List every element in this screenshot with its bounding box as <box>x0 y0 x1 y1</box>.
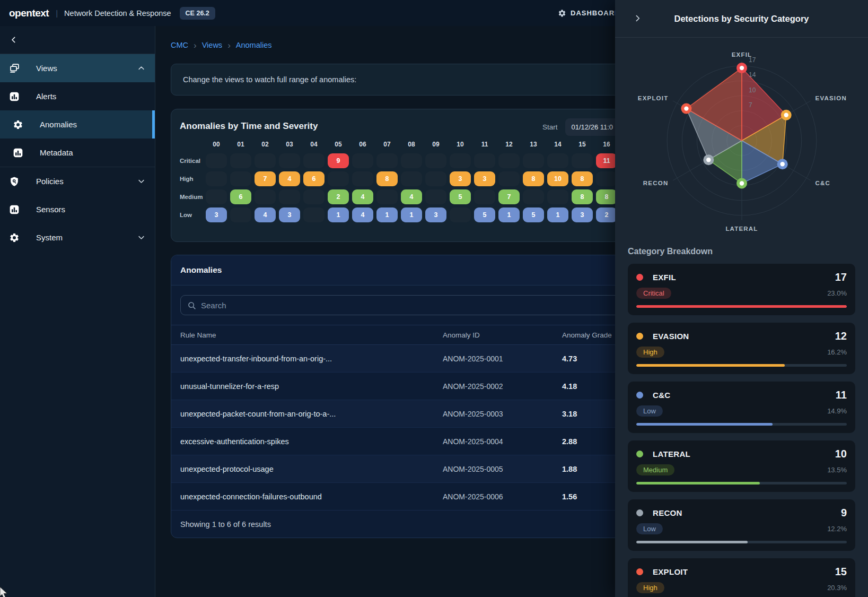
category-bar-fill <box>636 482 760 484</box>
category-percent: 20.3% <box>827 584 847 592</box>
heatmap-cell[interactable]: 2 <box>328 189 349 204</box>
heatmap-cell[interactable]: 4 <box>255 207 276 222</box>
heatmap-cell-empty <box>523 153 544 168</box>
cell-anomaly-id: ANOM-2025-0005 <box>443 465 562 473</box>
category-count: 10 <box>835 448 847 460</box>
category-percent: 16.2% <box>827 348 847 356</box>
heatmap-cell-empty <box>425 153 446 168</box>
heatmap-cell[interactable]: 8 <box>572 171 593 186</box>
sidebar-item-system[interactable]: System <box>0 223 155 252</box>
heatmap-cell[interactable]: 3 <box>206 207 227 222</box>
breadcrumb-separator: › <box>227 41 231 50</box>
severity-label-medium: Medium <box>180 194 203 200</box>
breadcrumb-cmc[interactable]: CMC <box>171 41 188 49</box>
breadcrumb-views[interactable]: Views <box>202 41 222 49</box>
svg-text:LATERAL: LATERAL <box>725 226 758 232</box>
sidebar-item-views[interactable]: Views <box>0 54 155 82</box>
sidebar-item-metadata[interactable]: Metadata <box>0 139 155 167</box>
heatmap-cell-empty <box>498 153 520 168</box>
category-card-lateral: LATERAL10Medium13.5% <box>628 440 855 492</box>
severity-pill: Medium <box>636 464 674 475</box>
cell-anomaly-id: ANOM-2025-0004 <box>443 437 562 446</box>
heatmap-cell[interactable]: 8 <box>523 171 544 186</box>
heatmap-cell[interactable]: 1 <box>328 207 349 222</box>
column-anomaly-id[interactable]: Anomaly ID <box>443 331 562 339</box>
category-bar-track <box>636 482 847 484</box>
heatmap-cell[interactable]: 4 <box>352 207 373 222</box>
category-name: EXFIL <box>653 273 676 282</box>
heatmap-cell[interactable]: 3 <box>572 207 593 222</box>
category-percent: 23.0% <box>827 289 847 297</box>
heatmap-cell[interactable]: 5 <box>523 207 544 222</box>
sidebar-item-anomalies[interactable]: Anomalies <box>0 110 155 139</box>
svg-text:RECON: RECON <box>643 180 669 186</box>
heatmap-cell[interactable]: 11 <box>596 153 617 168</box>
hour-label: 16 <box>596 141 617 150</box>
heatmap-cell[interactable]: 3 <box>425 207 446 222</box>
heatmap-cell[interactable]: 3 <box>474 171 495 186</box>
category-name: RECON <box>653 508 682 517</box>
heatmap-cell[interactable]: 1 <box>547 207 568 222</box>
heatmap-cell[interactable]: 4 <box>401 189 422 204</box>
heatmap-cell-empty <box>474 189 495 204</box>
heatmap-cell-empty <box>450 207 471 222</box>
heatmap-cell[interactable]: 5 <box>474 207 495 222</box>
hour-label: 12 <box>498 141 520 150</box>
heatmap-cell[interactable]: 3 <box>279 207 300 222</box>
breadcrumb-separator: › <box>194 41 197 50</box>
heatmap-cell-empty <box>352 171 373 186</box>
sidebar-item-label: Alerts <box>36 92 56 101</box>
sidebar-item-policies[interactable]: Policies <box>0 167 155 195</box>
sidebar-item-label: System <box>36 233 63 242</box>
heatmap-cell[interactable]: 5 <box>450 189 471 204</box>
category-bar-fill <box>636 423 773 426</box>
heatmap-cell-empty <box>425 189 446 204</box>
breadcrumb-anomalies[interactable]: Anomalies <box>236 41 272 49</box>
heatmap-cell-empty <box>303 189 325 204</box>
category-bar-fill <box>636 364 785 367</box>
heatmap-cell[interactable]: 10 <box>547 171 568 186</box>
heatmap-cell[interactable]: 2 <box>596 207 617 222</box>
svg-text:EVASION: EVASION <box>816 95 847 101</box>
cell-rule-name: unexpected-protocol-usage <box>180 465 443 473</box>
heatmap-cell[interactable]: 1 <box>401 207 422 222</box>
chart-icon <box>8 91 20 102</box>
heatmap-cell-empty <box>230 153 251 168</box>
heatmap-cell[interactable]: 8 <box>376 171 398 186</box>
heatmap-cell[interactable]: 9 <box>328 153 349 168</box>
chevron-right-icon[interactable] <box>633 14 642 23</box>
sidebar-item-sensors[interactable]: Sensors <box>0 195 155 223</box>
views-icon <box>8 63 20 74</box>
heatmap-cell[interactable]: 8 <box>572 189 593 204</box>
chevron-down-icon <box>137 177 145 185</box>
dashboard-nav[interactable]: DASHBOARD <box>558 0 620 26</box>
heatmap-cell[interactable]: 7 <box>498 189 520 204</box>
opentext-logo: opentext <box>9 7 49 19</box>
category-count: 17 <box>835 271 847 283</box>
shield-icon <box>8 176 20 187</box>
sidebar-item-alerts[interactable]: Alerts <box>0 82 155 110</box>
category-dot <box>636 509 643 516</box>
hour-label: 06 <box>352 141 373 150</box>
category-card-exploit: EXPLOIT15High20.3% <box>628 558 855 597</box>
start-label: Start <box>542 123 558 131</box>
heatmap-cell[interactable]: 1 <box>376 207 398 222</box>
heatmap-cell[interactable]: 4 <box>279 171 300 186</box>
category-count: 15 <box>835 566 847 578</box>
heatmap-cell-empty <box>230 207 251 222</box>
heatmap-cell[interactable]: 8 <box>596 189 617 204</box>
heatmap-cell[interactable]: 3 <box>450 171 471 186</box>
breakdown-heading: Category Breakdown <box>628 247 855 256</box>
heatmap-cell[interactable]: 6 <box>230 189 251 204</box>
heatmap-cell[interactable]: 7 <box>255 171 276 186</box>
heatmap-cell-empty <box>547 189 568 204</box>
category-name: EVASION <box>653 332 689 341</box>
sidebar-collapse-button[interactable] <box>0 26 155 54</box>
hour-label: 04 <box>303 141 325 150</box>
heatmap-cell[interactable]: 4 <box>352 189 373 204</box>
column-rule-name[interactable]: Rule Name <box>180 331 443 339</box>
sidebar-item-label: Anomalies <box>40 120 77 129</box>
hour-label: 05 <box>328 141 349 150</box>
heatmap-cell[interactable]: 1 <box>498 207 520 222</box>
heatmap-cell[interactable]: 6 <box>303 171 325 186</box>
